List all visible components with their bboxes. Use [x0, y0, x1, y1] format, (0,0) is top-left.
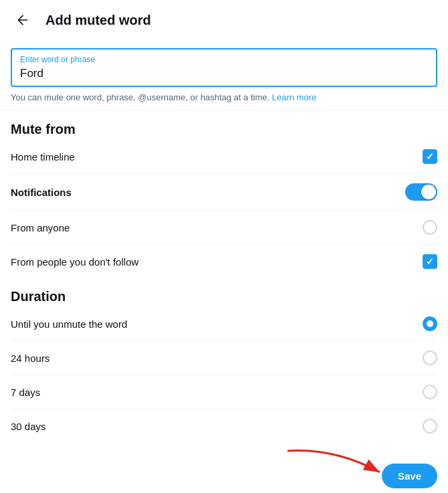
back-button[interactable]	[11, 8, 35, 32]
7-days-label: 7 days	[11, 387, 40, 398]
save-button[interactable]: Save	[382, 464, 437, 488]
word-input-wrapper: Enter word or phrase	[11, 48, 437, 87]
learn-more-link[interactable]: Learn more	[272, 92, 316, 102]
until-unmute-label: Until you unmute the word	[11, 318, 127, 330]
toggle-knob	[421, 185, 436, 199]
30-days-row: 30 days	[11, 409, 437, 443]
duration-title: Duration	[11, 289, 437, 304]
24-hours-row: 24 hours	[11, 341, 437, 375]
7-days-row: 7 days	[11, 375, 437, 409]
notifications-label: Notifications	[11, 187, 72, 198]
duration-section: Duration Until you unmute the word 24 ho…	[0, 278, 448, 443]
page: Add muted word Enter word or phrase You …	[0, 0, 448, 493]
until-unmute-radio[interactable]	[423, 316, 437, 331]
from-anyone-row: From anyone	[11, 211, 437, 245]
from-anyone-radio[interactable]	[423, 220, 437, 235]
word-input[interactable]	[20, 67, 428, 80]
from-not-follow-checkbox[interactable]: ✓	[423, 254, 437, 269]
mute-from-section: Mute from Home timeline ✓ Notifications …	[0, 111, 448, 278]
24-hours-label: 24 hours	[11, 353, 49, 364]
home-timeline-checkbox[interactable]: ✓	[423, 149, 437, 164]
home-timeline-row: Home timeline ✓	[11, 140, 437, 174]
save-button-area: Save	[382, 464, 437, 488]
red-arrow-annotation	[281, 444, 388, 484]
page-title: Add muted word	[45, 13, 151, 28]
30-days-radio[interactable]	[423, 419, 437, 433]
30-days-label: 30 days	[11, 421, 46, 432]
from-anyone-label: From anyone	[11, 222, 70, 233]
7-days-radio[interactable]	[423, 385, 437, 399]
input-hint: You can mute one word, phrase, @username…	[11, 92, 437, 102]
from-not-follow-label: From people you don't follow	[11, 256, 138, 268]
from-not-follow-row: From people you don't follow ✓	[11, 245, 437, 278]
header: Add muted word	[0, 0, 448, 40]
notifications-toggle[interactable]	[405, 183, 437, 201]
notifications-row: Notifications	[11, 174, 437, 211]
home-timeline-label: Home timeline	[11, 151, 75, 163]
until-unmute-row: Until you unmute the word	[11, 307, 437, 341]
input-label: Enter word or phrase	[20, 55, 428, 64]
24-hours-radio[interactable]	[423, 351, 437, 365]
mute-from-title: Mute from	[11, 122, 437, 137]
input-section: Enter word or phrase You can mute one wo…	[0, 40, 448, 111]
